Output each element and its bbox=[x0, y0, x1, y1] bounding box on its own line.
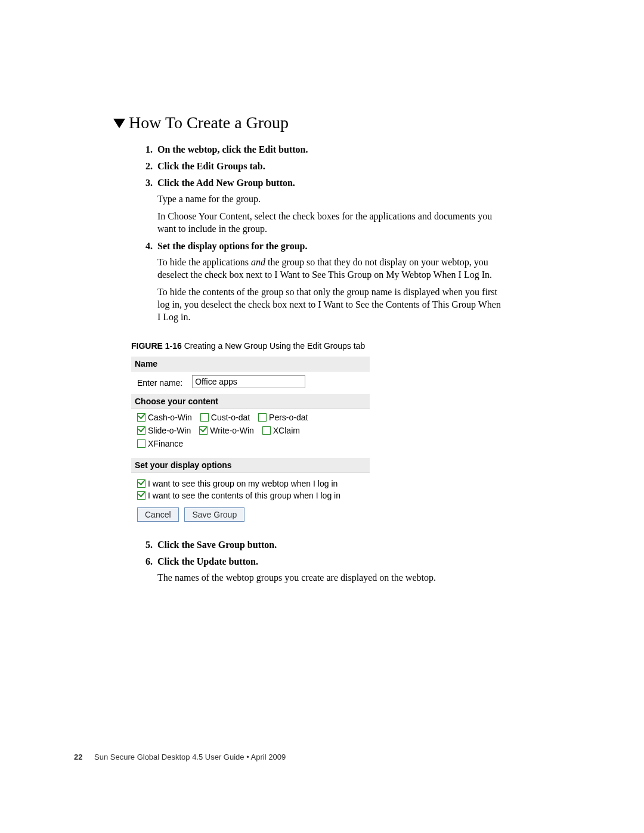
display-option-1-label: I want to see this group on my webtop wh… bbox=[148, 479, 338, 488]
checkbox-icon bbox=[137, 439, 145, 448]
app-option[interactable]: XClaim bbox=[262, 426, 300, 435]
checkbox-icon bbox=[199, 426, 208, 435]
save-group-button[interactable]: Save Group bbox=[184, 507, 244, 522]
step-3-para-1: Type a name for the group. bbox=[157, 193, 503, 206]
figure-caption: FIGURE 1-16 Creating a New Group Using t… bbox=[131, 341, 531, 351]
name-section-header: Name bbox=[131, 357, 370, 371]
section-heading: How To Create a Group bbox=[113, 113, 531, 132]
step-4-p1b: and bbox=[251, 257, 265, 267]
app-option[interactable]: Cash-o-Win bbox=[137, 413, 192, 422]
display-option-2[interactable]: I want to see the contents of this group… bbox=[137, 491, 364, 500]
content-section-header: Choose your content bbox=[131, 394, 370, 409]
app-option[interactable]: Write-o-Win bbox=[199, 426, 254, 435]
page-footer: 22 Sun Secure Global Desktop 4.5 User Gu… bbox=[74, 753, 286, 761]
heading-text: How To Create a Group bbox=[129, 113, 289, 132]
checkbox-icon bbox=[262, 426, 271, 435]
app-option[interactable]: Cust-o-dat bbox=[200, 413, 250, 422]
steps-list: On the webtop, click the Edit button. Cl… bbox=[113, 144, 531, 323]
display-option-2-label: I want to see the contents of this group… bbox=[148, 491, 340, 500]
enter-name-label: Enter name: bbox=[137, 378, 182, 388]
display-option-1[interactable]: I want to see this group on my webtop wh… bbox=[137, 479, 364, 488]
step-6-para-1: The names of the webtop groups you creat… bbox=[157, 572, 503, 584]
step-6: Click the Update button. The names of th… bbox=[155, 556, 531, 584]
cancel-button[interactable]: Cancel bbox=[137, 507, 179, 522]
checkbox-icon bbox=[258, 413, 267, 422]
app-option[interactable]: XFinance bbox=[137, 439, 183, 448]
checkbox-icon bbox=[137, 426, 145, 435]
app-label: Pers-o-dat bbox=[269, 413, 308, 422]
figure-caption-text: Creating a New Group Using the Edit Grou… bbox=[184, 341, 366, 351]
step-4-p1a: To hide the applications bbox=[157, 257, 251, 267]
app-option[interactable]: Pers-o-dat bbox=[258, 413, 308, 422]
step-4-para-2: To hide the contents of the group so tha… bbox=[157, 286, 503, 323]
step-2-text: Click the Edit Groups tab. bbox=[157, 161, 265, 171]
checkbox-icon bbox=[137, 413, 145, 422]
app-label: XClaim bbox=[273, 426, 300, 435]
app-label: Cust-o-dat bbox=[211, 413, 250, 422]
app-label: Slide-o-Win bbox=[148, 426, 191, 435]
step-3-text: Click the Add New Group button. bbox=[157, 178, 295, 188]
content-checkbox-grid: Cash-o-Win Cust-o-dat Pers-o-dat Slide-o… bbox=[131, 409, 370, 458]
step-4: Set the display options for the group. T… bbox=[155, 241, 531, 323]
app-label: Write-o-Win bbox=[210, 426, 254, 435]
display-section-header: Set your display options bbox=[131, 458, 370, 473]
step-3-para-2: In Choose Your Content, select the check… bbox=[157, 210, 503, 236]
app-label: XFinance bbox=[148, 439, 183, 448]
step-5: Click the Save Group button. bbox=[155, 540, 531, 550]
triangle-down-icon bbox=[113, 119, 125, 128]
step-6-text: Click the Update button. bbox=[157, 556, 258, 566]
steps-list-cont: Click the Save Group button. Click the U… bbox=[113, 540, 531, 584]
step-1-text: On the webtop, click the Edit button. bbox=[157, 144, 308, 154]
app-label: Cash-o-Win bbox=[148, 413, 192, 422]
step-4-para-1: To hide the applications and the group s… bbox=[157, 256, 503, 281]
edit-groups-panel: Name Enter name: Choose your content Cas… bbox=[131, 357, 370, 528]
group-name-input[interactable] bbox=[192, 375, 305, 388]
checkbox-icon bbox=[200, 413, 209, 422]
step-4-text: Set the display options for the group. bbox=[157, 241, 307, 251]
step-5-text: Click the Save Group button. bbox=[157, 540, 277, 550]
figure-label: FIGURE 1-16 bbox=[131, 341, 182, 351]
checkbox-icon bbox=[137, 479, 145, 488]
app-option[interactable]: Slide-o-Win bbox=[137, 426, 191, 435]
footer-text: Sun Secure Global Desktop 4.5 User Guide… bbox=[94, 753, 286, 761]
page-number: 22 bbox=[74, 753, 82, 761]
step-2: Click the Edit Groups tab. bbox=[155, 161, 531, 172]
checkbox-icon bbox=[137, 491, 145, 500]
step-1: On the webtop, click the Edit button. bbox=[155, 144, 531, 155]
step-3: Click the Add New Group button. Type a n… bbox=[155, 178, 531, 235]
